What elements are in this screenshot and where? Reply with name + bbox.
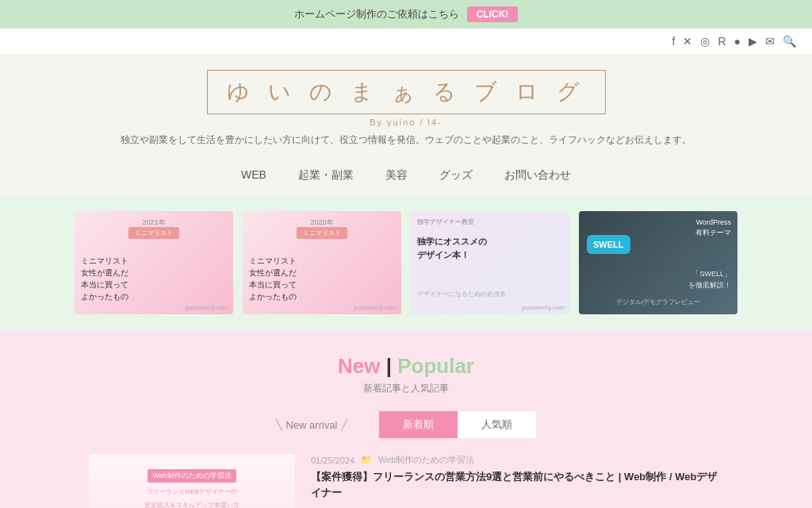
banner-cta-button[interactable]: CLICK! (467, 6, 519, 22)
carousel-card-1[interactable]: 2021年 ミニマリスト ミニマリスト女性が選んだ本当に買ってよかったもの yu… (75, 211, 233, 314)
title-new: New (338, 354, 380, 378)
nav-item-web[interactable]: WEB (241, 168, 266, 183)
card-swell-desc: 「SWELL」を徹底解説！ (585, 269, 731, 291)
article-date-1: 01/25/2024 (311, 456, 354, 465)
card-wp-title: WordPress有料テーマ (695, 217, 731, 237)
right-articles: 01/25/2024 📁 Web制作のための学習法 【案件獲得】フリーランスの営… (311, 454, 723, 508)
card-domain-2: yuinoberry.com (354, 304, 396, 311)
carousel-section: 2021年 ミニマリスト ミニマリスト女性が選んだ本当に買ってよかったもの yu… (0, 195, 812, 330)
article-headline-1[interactable]: 【案件獲得】フリーランスの営業方法9選と営業前にやるべきこと | Web制作 /… (311, 469, 723, 500)
section-title-area: New | Popular 新着記事と人気記事 (32, 354, 780, 395)
thumb-inner: Web制作のための学習法 フリーランスWEBデザイナーの 安定収入＆スキルアップ… (89, 454, 295, 508)
card-domain-1: yuinoberry.com (186, 304, 228, 311)
rss-icon[interactable]: ▶ (749, 35, 757, 48)
main-nav: WEB 起業・副業 美容 グッズ お問い合わせ (0, 159, 812, 195)
card-desc-3: デザイナーになるための必須本 (417, 290, 563, 298)
social-bar: f ✕ ◎ R ● ▶ ✉ 🔍 (0, 29, 812, 54)
section-subtitle: 新着記事と人気記事 (32, 382, 780, 395)
carousel-card-4[interactable]: WordPress有料テーマ SWELL 「SWELL」を徹底解説！ デジタル/… (579, 211, 737, 314)
rakuten-icon[interactable]: R (718, 35, 726, 48)
main-content-section: New | Popular 新着記事と人気記事 ╲ New arrival ╱ … (0, 330, 812, 508)
site-logo[interactable]: ゆ い の ま ぁ る ブ ロ グ (207, 70, 606, 114)
nav-item-beauty[interactable]: 美容 (385, 168, 408, 183)
article-cat-1: 📁 (361, 455, 372, 465)
content-columns: Web制作のための学習法 フリーランスWEBデザイナーの 安定収入＆スキルアップ… (89, 454, 723, 508)
tab-buttons: 新着順 人気順 (379, 411, 536, 438)
top-banner: ホームページ制作のご依頼はこちら CLICK! (0, 0, 812, 29)
card-domain-3: yuinoberry.com (522, 304, 565, 311)
article-category-1: Web制作のための学習法 (378, 454, 474, 466)
logo-deco: By yuino / l4- (0, 117, 812, 127)
title-popular: Popular (397, 354, 474, 378)
nav-item-contact[interactable]: お問い合わせ (504, 168, 571, 183)
site-header: ゆ い の ま ぁ る ブ ロ グ By yuino / l4- 独立や副業をし… (0, 54, 812, 159)
article-item-1: 01/25/2024 📁 Web制作のための学習法 【案件獲得】フリーランスの営… (311, 454, 723, 508)
twitter-icon[interactable]: ✕ (683, 35, 692, 48)
article-thumbnail: Web制作のための学習法 フリーランスWEBデザイナーの 安定収入＆スキルアップ… (89, 454, 295, 508)
card-tag-2: ミニマリスト (297, 227, 347, 239)
email-icon[interactable]: ✉ (765, 35, 775, 48)
nav-item-business[interactable]: 起業・副業 (298, 168, 354, 183)
article-meta-1: 01/25/2024 📁 Web制作のための学習法 (311, 454, 723, 466)
card-title-3: 独学にオススメのデザイン本！ (417, 235, 563, 261)
facebook-icon[interactable]: f (672, 35, 676, 48)
card-tag-1: ミニマリスト (128, 227, 179, 239)
swell-logo: SWELL (587, 235, 630, 254)
logo-area: ゆ い の ま ぁ る ブ ロ グ By yuino / l4- (0, 70, 812, 127)
section-title-main: New | Popular (32, 354, 780, 379)
card-title-1: ミニマリスト女性が選んだ本当に買ってよかったもの (81, 255, 227, 302)
site-tagline: 独立や副業をして生活を豊かにしたい方に向けて、役立つ情報を発信。ウェブのことや起… (0, 133, 812, 147)
nav-item-goods[interactable]: グッズ (439, 168, 473, 183)
search-icon[interactable]: 🔍 (783, 35, 796, 48)
card-subtitle-3: 独学デザイナー教室 (417, 217, 474, 226)
tab-popular-button[interactable]: 人気順 (458, 411, 536, 438)
card-swell-sub: デジタル/デモグラフレビュー (585, 298, 731, 306)
thumb-subtitle-1: フリーランスWEBデザイナーの (147, 487, 237, 496)
thumb-subtitle-2: 安定収入＆スキルアップ本選い方 (144, 501, 239, 509)
banner-text: ホームページ制作のご依頼はこちら (294, 7, 459, 21)
tabs-and-label: ╲ New arrival ╱ 新着順 人気順 (32, 411, 780, 438)
card-title-2: ミニマリスト女性が選んだ本当に買ってよかったもの (249, 255, 395, 302)
line-icon[interactable]: ● (734, 35, 741, 48)
thumb-tag: Web制作のための学習法 (147, 469, 236, 483)
new-arrival-label: ╲ New arrival ╱ (276, 419, 347, 431)
tab-new-button[interactable]: 新着順 (379, 411, 458, 438)
instagram-icon[interactable]: ◎ (700, 35, 710, 48)
carousel-card-2[interactable]: 2020年 ミニマリスト ミニマリスト女性が選んだ本当に買ってよかったもの yu… (243, 211, 401, 314)
left-article[interactable]: Web制作のための学習法 フリーランスWEBデザイナーの 安定収入＆スキルアップ… (89, 454, 295, 508)
carousel-card-3[interactable]: 独学デザイナー教室 独学にオススメのデザイン本！ デザイナーになるための必須本 … (411, 211, 569, 314)
title-sep: | (386, 354, 398, 378)
